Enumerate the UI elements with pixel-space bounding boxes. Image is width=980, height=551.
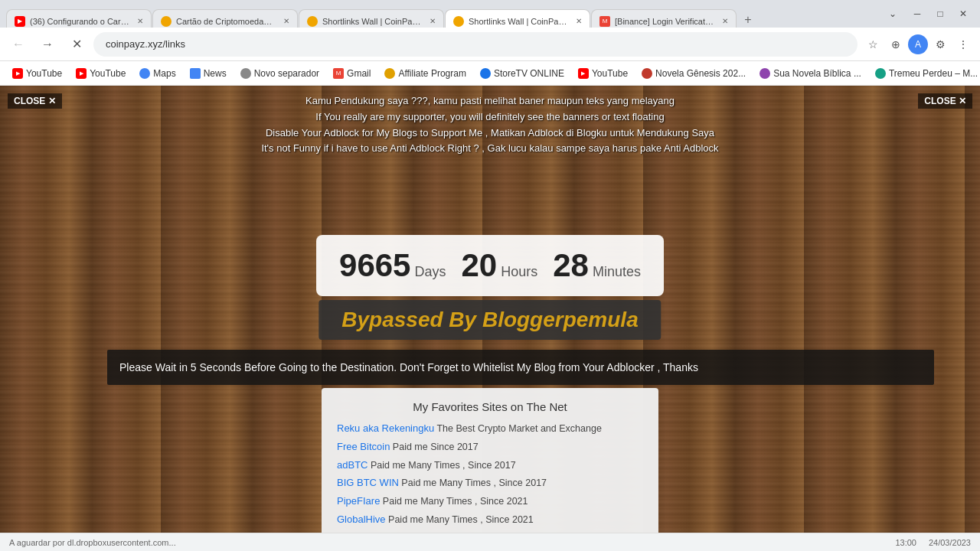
tab-4[interactable]: Shortlinks Wall | CoinPayz -... ✕	[445, 9, 590, 28]
tab-title-2: Cartão de Criptomoedas da...	[176, 17, 276, 26]
extensions-icon[interactable]: ⚙	[929, 34, 951, 55]
tab-favicon-5: M	[599, 16, 610, 27]
new-tab-button[interactable]: +	[737, 9, 759, 28]
bookmark-new-tab[interactable]: Novo separador	[234, 64, 325, 83]
bookmark-storetv[interactable]: StoreTV ONLINE	[474, 64, 570, 83]
tab-close-3[interactable]: ✕	[430, 17, 436, 25]
tab-favicon-1: ▶	[15, 16, 25, 27]
fav-item-4: PipeFIare Paid me Many Times , Since 202…	[337, 494, 643, 509]
bookmark-novela[interactable]: Novela Gênesis 202...	[635, 64, 752, 83]
fav-link-1[interactable]: Free Bitcoin	[337, 441, 390, 452]
minutes-label: Minutes	[593, 264, 641, 280]
tab-close-4[interactable]: ✕	[576, 17, 582, 25]
tab-title-1: (36) Configurando o Cartão d...	[30, 17, 129, 26]
status-right: 13:00 24/03/2023	[895, 538, 971, 547]
bookmark-label: StoreTV ONLINE	[494, 68, 564, 79]
hours-label: Hours	[501, 264, 537, 280]
bookmark-sua[interactable]: Sua Novela Bíblica ...	[753, 64, 867, 83]
fav-item-1: Free Bitcoin Paid me Since 2017	[337, 439, 643, 455]
message-line-2: If You really are my supporter, you will…	[222, 109, 758, 126]
bookmark-youtube-1[interactable]: ▶ YouTube	[6, 64, 68, 83]
tab-1[interactable]: ▶ (36) Configurando o Cartão d... ✕	[6, 9, 152, 28]
tab-title-5: [Binance] Login Verification	[615, 17, 714, 26]
page-content: CLOSE ✕ CLOSE ✕ Kamu Pendukung saya ???,…	[0, 86, 980, 533]
close-button-right[interactable]: CLOSE ✕	[918, 93, 972, 109]
hours-value: 20	[461, 247, 497, 284]
message-line-1: Kamu Pendukung saya ???, kamu pasti meli…	[222, 93, 758, 109]
fav-link-4[interactable]: PipeFIare	[337, 495, 380, 507]
fav-desc-1: Paid me Since 2017	[390, 442, 478, 452]
fav-desc-4: Paid me Many Times , Since 2021	[380, 496, 528, 507]
bookmark-favicon-yt3: ▶	[578, 68, 589, 79]
status-time: 13:00	[895, 538, 916, 547]
bookmark-favicon-yt1: ▶	[12, 68, 23, 79]
bookmark-label: News	[204, 68, 227, 79]
tab-title-4: Shortlinks Wall | CoinPayz -...	[469, 17, 568, 26]
close-window-button[interactable]: ✕	[952, 3, 974, 24]
fav-link-3[interactable]: BIG BTC WIN	[337, 477, 399, 488]
counter-box: 9665 Days 20 Hours 28 Minutes	[316, 235, 664, 296]
message-line-4: It's not Funny if i have to use Anti Adb…	[222, 141, 758, 157]
bookmark-favicon-sua	[760, 68, 770, 79]
menu-icon[interactable]: ⋮	[952, 34, 974, 55]
days-label: Days	[414, 264, 446, 280]
bookmark-youtube-2[interactable]: ▶ YouTube	[70, 64, 132, 83]
tab-5[interactable]: M [Binance] Login Verification ✕	[591, 9, 737, 28]
fav-desc-0: The Best Crypto Market and Exchange	[434, 423, 602, 434]
bookmark-favicon-store	[480, 68, 491, 79]
bookmark-favicon-tremeu	[875, 68, 886, 79]
bookmark-label: Tremeu Perdeu – M...	[889, 68, 978, 79]
hours-counter: 20 Hours	[461, 247, 537, 284]
back-button[interactable]: ←	[6, 32, 31, 57]
tab-close-1[interactable]: ✕	[137, 17, 143, 25]
wait-text: Please Wait in 5 Seconds Before Going to…	[119, 359, 922, 376]
bookmark-label: Affiliate Program	[398, 68, 466, 79]
forward-button[interactable]: →	[35, 32, 60, 57]
wait-box: Please Wait in 5 Seconds Before Going to…	[107, 350, 934, 385]
bookmark-tremeu[interactable]: Tremeu Perdeu – M...	[869, 64, 980, 83]
bookmark-label: YouTube	[26, 68, 62, 79]
bookmark-gmail[interactable]: M Gmail	[327, 64, 377, 83]
tab-close-5[interactable]: ✕	[722, 17, 728, 25]
fav-desc-3: Paid me Many Times , Since 2017	[399, 478, 547, 488]
tab-2[interactable]: Cartão de Criptomoedas da... ✕	[152, 9, 298, 28]
close-button-left[interactable]: CLOSE ✕	[8, 93, 62, 109]
bookmark-label: Maps	[153, 68, 175, 79]
bookmark-icon[interactable]: ⊕	[885, 34, 906, 55]
address-bar[interactable]	[93, 32, 858, 57]
bookmark-label: YouTube	[90, 68, 126, 79]
bookmark-favicon-maps	[139, 68, 150, 79]
fav-item-2: adBTC Paid me Many Times , Since 2017	[337, 458, 643, 473]
days-counter: 9665 Days	[339, 247, 446, 284]
bookmark-youtube-3[interactable]: ▶ YouTube	[572, 64, 634, 83]
days-value: 9665	[339, 247, 410, 284]
reload-button[interactable]: ✕	[64, 32, 89, 57]
bookmark-label: Novela Gênesis 202...	[655, 68, 746, 79]
maximize-button[interactable]: □	[929, 3, 951, 24]
bookmark-maps[interactable]: Maps	[133, 64, 181, 83]
tab-close-2[interactable]: ✕	[283, 17, 289, 25]
tab-3[interactable]: Shortlinks Wall | CoinPayz -... ✕	[299, 9, 444, 28]
minimize-button[interactable]: ─	[906, 3, 928, 24]
favorites-box: My Favorites Sites on The Net Reku aka R…	[322, 388, 658, 533]
toolbar: ← → ✕ ☆ ⊕ A ⚙ ⋮	[0, 28, 980, 61]
fav-link-2[interactable]: adBTC	[337, 459, 368, 471]
status-date: 24/03/2023	[929, 538, 971, 547]
bookmark-favicon-novela	[642, 68, 652, 79]
tab-list-button[interactable]: ⌄	[882, 3, 903, 24]
bookmark-star-icon[interactable]: ☆	[862, 34, 884, 55]
tabs-row: ▶ (36) Configurando o Cartão d... ✕ Cart…	[6, 0, 876, 28]
profile-icon[interactable]: A	[908, 34, 928, 54]
favorites-title: My Favorites Sites on The Net	[337, 400, 643, 413]
toolbar-icons: ☆ ⊕ A ⚙ ⋮	[862, 34, 974, 55]
fav-desc-2: Paid me Many Times , Since 2017	[368, 460, 515, 471]
bookmark-affiliate[interactable]: Affiliate Program	[378, 64, 472, 83]
bookmark-favicon-gmail: M	[333, 68, 344, 79]
fav-item-6: Horizen Faucet Paid me Many Times , Sinc…	[337, 530, 643, 533]
bypassed-text: Bypassed By Bloggerpemula	[341, 308, 638, 332]
window-controls: ─ □ ✕	[906, 3, 974, 24]
fav-link-5[interactable]: GlobalHive	[337, 514, 386, 525]
bookmark-news[interactable]: News	[184, 64, 233, 83]
fav-link-0[interactable]: Reku aka Rekeningku	[337, 422, 434, 434]
fav-link-6[interactable]: Horizen Faucet	[337, 532, 404, 533]
